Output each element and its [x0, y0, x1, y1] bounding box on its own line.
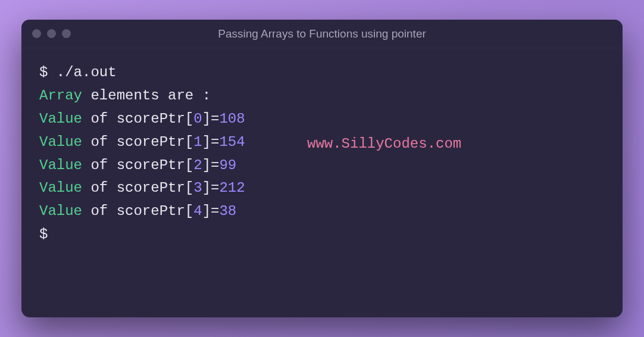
of-text: of scorePtr[ — [82, 134, 193, 150]
of-text: of scorePtr[ — [82, 111, 193, 127]
traffic-lights — [32, 29, 71, 38]
index: 1 — [193, 134, 202, 150]
index: 4 — [193, 203, 202, 219]
value: 99 — [219, 157, 236, 173]
close-bracket: ]= — [202, 203, 220, 219]
watermark: www.SillyCodes.com — [307, 133, 461, 156]
of-text: of scorePtr[ — [82, 157, 193, 173]
terminal-window: Passing Arrays to Functions using pointe… — [21, 20, 623, 317]
value-label: Value — [39, 134, 82, 150]
end-prompt: $ — [39, 226, 48, 242]
maximize-icon[interactable] — [62, 29, 71, 38]
header-rest: elements are : — [82, 88, 211, 104]
close-bracket: ]= — [202, 157, 220, 173]
close-bracket: ]= — [202, 111, 220, 127]
value-label: Value — [39, 203, 82, 219]
output-header: Array elements are : — [39, 85, 605, 108]
close-icon[interactable] — [32, 29, 41, 38]
value-label: Value — [39, 180, 82, 196]
value-label: Value — [39, 157, 82, 173]
command — [48, 64, 56, 80]
of-text: of scorePtr[ — [82, 180, 193, 196]
output-line: Value of scorePtr[4]=38 — [39, 200, 605, 223]
value: 38 — [219, 203, 236, 219]
end-prompt-line: $ — [39, 223, 605, 246]
terminal-body: $ ./a.out Array elements are : Value of … — [21, 48, 623, 317]
output-line: Value of scorePtr[2]=99 — [39, 154, 605, 177]
value: 154 — [219, 134, 245, 150]
value-label: Value — [39, 111, 82, 127]
window-title: Passing Arrays to Functions using pointe… — [21, 27, 623, 40]
value: 212 — [219, 180, 245, 196]
header-keyword: Array — [39, 88, 82, 104]
close-bracket: ]= — [202, 180, 220, 196]
index: 0 — [193, 111, 202, 127]
of-text: of scorePtr[ — [82, 203, 193, 219]
index: 2 — [193, 157, 202, 173]
value: 108 — [219, 111, 245, 127]
titlebar: Passing Arrays to Functions using pointe… — [21, 20, 623, 48]
prompt: $ — [39, 64, 48, 80]
command-line: $ ./a.out — [39, 61, 605, 85]
output-line: Value of scorePtr[0]=108 — [39, 108, 605, 131]
command-text: ./a.out — [57, 64, 117, 80]
minimize-icon[interactable] — [47, 29, 56, 38]
close-bracket: ]= — [202, 134, 220, 150]
index: 3 — [193, 180, 202, 196]
output-line: Value of scorePtr[3]=212 — [39, 177, 605, 200]
